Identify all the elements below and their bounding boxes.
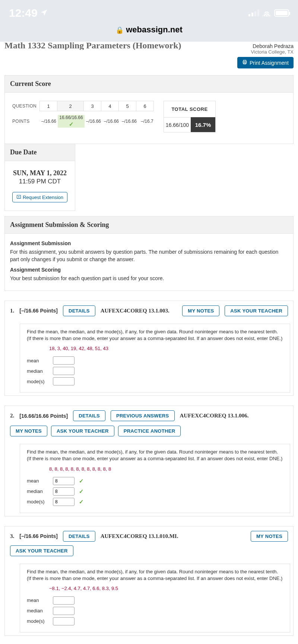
points-cell: 16.66/16.66 — [58, 115, 85, 128]
points-label: POINTS — [12, 119, 40, 124]
user-info: Deborah Pedraza Victoria College, TX Pri… — [237, 43, 294, 68]
my-notes-button[interactable]: MY NOTES — [10, 426, 47, 436]
ask-teacher-button[interactable]: ASK YOUR TEACHER — [10, 545, 73, 556]
question-data: 8, 8, 8, 8, 8, 8, 8, 8, 8, 8, 8, 8 — [49, 466, 283, 472]
due-date-panel: Due Date SUN, MAY 1, 2022 11:59 PM CDT R… — [4, 144, 75, 211]
ask-teacher-button[interactable]: ASK YOUR TEACHER — [51, 426, 114, 436]
my-notes-button[interactable]: MY NOTES — [251, 531, 288, 542]
question-cell[interactable]: 1 — [39, 101, 57, 111]
browser-url: webassign.net — [0, 22, 298, 37]
median-input[interactable] — [53, 487, 74, 496]
submission-header: Assignment Submission & Scoring — [5, 217, 293, 234]
battery-icon — [274, 9, 289, 17]
points-cell: –/16.66 — [85, 115, 102, 128]
submission-panel: Assignment Submission & Scoring Assignme… — [4, 216, 294, 291]
points-cell: –/16.66 — [40, 115, 58, 128]
modes-input[interactable] — [53, 498, 74, 506]
modes-label: mode(s) — [27, 618, 48, 624]
check-icon — [79, 478, 84, 484]
printer-icon — [242, 60, 247, 66]
question-number: 2. — [10, 413, 14, 419]
mean-label: mean — [27, 597, 48, 603]
practice-another-button[interactable]: PRACTICE ANOTHER — [118, 426, 181, 436]
question-cell[interactable]: 4 — [101, 101, 119, 111]
points-cell: –/16.7 — [138, 115, 156, 128]
modes-label: mode(s) — [27, 499, 48, 504]
current-score-header: Current Score — [5, 76, 293, 93]
question-cell[interactable]: 2 — [57, 101, 84, 111]
my-notes-button[interactable]: MY NOTES — [182, 305, 219, 316]
question-cell[interactable]: 5 — [118, 101, 136, 111]
details-button[interactable]: DETAILS — [63, 531, 95, 542]
mean-label: mean — [27, 478, 48, 484]
question-label: QUESTION — [12, 103, 40, 109]
mean-input[interactable] — [53, 356, 74, 365]
question-code: AUFEXC4COREQ 13.1.006. — [180, 413, 249, 419]
question-3: 3. [–/16.66 Points] DETAILS AUFEXC4COREQ… — [4, 526, 294, 636]
scoring-text: Your best submission for each question p… — [10, 275, 288, 282]
median-input[interactable] — [53, 607, 74, 615]
submission-subtitle: Assignment Submission — [10, 240, 288, 246]
ask-teacher-button[interactable]: ASK YOUR TEACHER — [225, 305, 288, 316]
question-code: AUFEXC4COREQ 13.1.003. — [101, 308, 169, 314]
due-time: 11:59 PM CDT — [9, 178, 71, 185]
median-label: median — [27, 608, 48, 613]
modes-input[interactable] — [53, 377, 74, 385]
question-cell[interactable]: 3 — [83, 101, 101, 111]
check-icon — [79, 488, 84, 495]
modes-input[interactable] — [53, 617, 74, 625]
calendar-plus-icon — [16, 194, 21, 200]
question-instructions: Find the mean, the median, and the mode(… — [27, 568, 283, 582]
page-title: Math 1332 Sampling Parameters (Homework) — [4, 41, 181, 50]
ios-status-bar: 12:49 webassign.net — [0, 0, 298, 42]
median-label: median — [27, 488, 48, 494]
question-number: 3. — [10, 533, 14, 539]
question-data: 18, 3, 40, 19, 42, 48, 51, 43 — [49, 346, 283, 351]
question-instructions: Find the mean, the median, and the mode(… — [27, 329, 283, 342]
mean-input[interactable] — [53, 596, 74, 605]
details-button[interactable]: DETAILS — [63, 305, 95, 316]
current-score-panel: Current Score QUESTION 1 2 3 4 5 6 POINT… — [4, 75, 294, 144]
question-2: 2. [16.66/16.66 Points] DETAILS PREVIOUS… — [4, 406, 294, 516]
median-input[interactable] — [53, 367, 74, 375]
total-score-box: TOTAL SCORE 16.66/100 16.7% — [164, 101, 216, 132]
cell-signal-icon — [248, 10, 259, 16]
question-points: [–/16.66 Points] — [19, 308, 58, 314]
points-cell: –/16.66 — [120, 115, 138, 128]
points-cell: –/16.66 — [102, 115, 120, 128]
question-1: 1. [–/16.66 Points] DETAILS AUFEXC4COREQ… — [4, 301, 294, 396]
question-points: [16.66/16.66 Points] — [19, 413, 68, 419]
details-button[interactable]: DETAILS — [73, 410, 105, 421]
median-label: median — [27, 368, 48, 374]
question-instructions: Find the mean, the median, and the mode(… — [27, 449, 283, 462]
total-percent: 16.7% — [191, 117, 215, 132]
question-points: [–/16.66 Points] — [19, 533, 58, 539]
due-date-header: Due Date — [5, 144, 75, 161]
question-number: 1. — [10, 308, 14, 314]
wifi-icon — [262, 10, 271, 16]
scoring-subtitle: Assignment Scoring — [10, 267, 288, 273]
total-fraction: 16.66/100 — [164, 117, 191, 132]
question-code: AUFEXC4COREQ 13.1.010.MI. — [101, 533, 178, 539]
due-date: SUN, MAY 1, 2022 — [9, 169, 71, 177]
check-icon — [69, 121, 74, 128]
print-assignment-button[interactable]: Print Assignment — [237, 57, 294, 68]
question-cell[interactable]: 6 — [136, 101, 154, 111]
previous-answers-button[interactable]: PREVIOUS ANSWERS — [111, 410, 175, 421]
mean-label: mean — [27, 358, 48, 363]
question-data: −8.1, −2.4, 4.7, 4.7, 6.6, 8.3, 9.5 — [49, 586, 283, 591]
location-icon — [40, 7, 48, 19]
status-time: 12:49 — [9, 7, 48, 19]
modes-label: mode(s) — [27, 379, 48, 384]
submission-text: For this assignment, you submit answers … — [10, 249, 288, 263]
lock-icon — [115, 25, 124, 35]
check-icon — [79, 499, 84, 505]
request-extension-button[interactable]: Request Extension — [12, 192, 67, 202]
mean-input[interactable] — [53, 477, 74, 485]
